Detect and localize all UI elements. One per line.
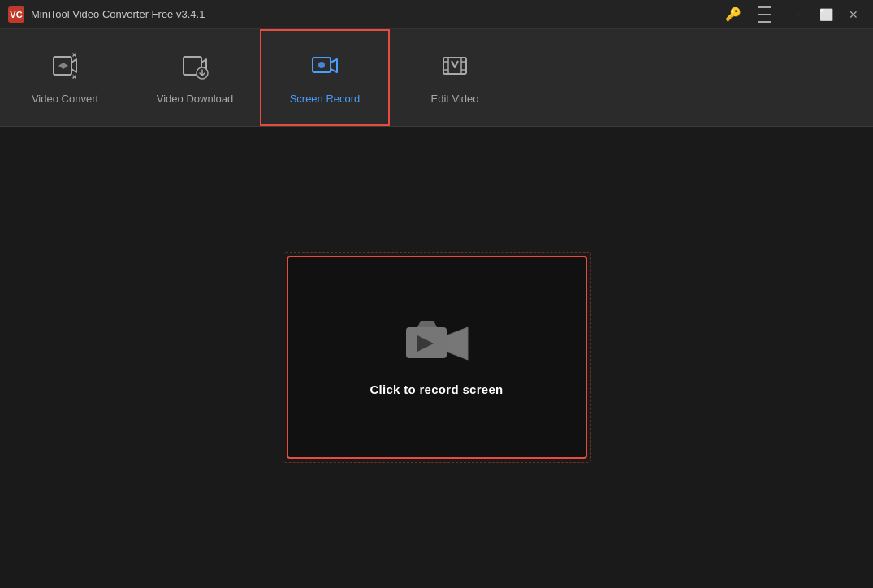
edit-video-icon [440, 51, 469, 84]
restore-button[interactable]: ⬜ [815, 3, 837, 26]
nav-label-video-convert: Video Convert [32, 93, 98, 105]
camera-record-icon [404, 319, 469, 368]
window-controls: − ⬜ ✕ [787, 3, 865, 26]
key-icon-area: 🔑 − ⬜ ✕ [725, 3, 865, 26]
nav-bar: Video Convert Video Download Screen Reco… [0, 29, 873, 127]
key-icon[interactable]: 🔑 [725, 6, 741, 22]
nav-label-video-download: Video Download [157, 93, 233, 105]
nav-item-video-download[interactable]: Video Download [130, 29, 260, 126]
hamburger-menu[interactable] [753, 3, 776, 26]
nav-label-screen-record: Screen Record [290, 93, 361, 105]
hamburger-line-3 [758, 21, 771, 23]
nav-item-edit-video[interactable]: Edit Video [390, 29, 520, 126]
nav-item-video-convert[interactable]: Video Convert [0, 29, 130, 126]
screen-record-icon [310, 51, 339, 84]
record-box[interactable]: Click to record screen [287, 256, 587, 459]
nav-label-edit-video: Edit Video [430, 93, 478, 105]
app-logo: VC [8, 6, 24, 23]
video-download-icon [180, 51, 210, 84]
hamburger-line-2 [758, 14, 771, 15]
title-bar: VC MiniTool Video Converter Free v3.4.1 … [0, 0, 873, 29]
hamburger-line-1 [758, 6, 771, 8]
app-title: MiniTool Video Converter Free v3.4.1 [31, 8, 205, 20]
camera-icon-wrap [404, 319, 469, 368]
close-button[interactable]: ✕ [842, 3, 865, 26]
title-left: VC MiniTool Video Converter Free v3.4.1 [8, 6, 205, 23]
minimize-button[interactable]: − [787, 3, 810, 26]
record-label: Click to record screen [370, 383, 503, 396]
main-content: Click to record screen [0, 127, 873, 588]
video-convert-icon [50, 51, 80, 84]
nav-item-screen-record[interactable]: Screen Record [260, 29, 390, 126]
svg-point-4 [318, 62, 325, 68]
